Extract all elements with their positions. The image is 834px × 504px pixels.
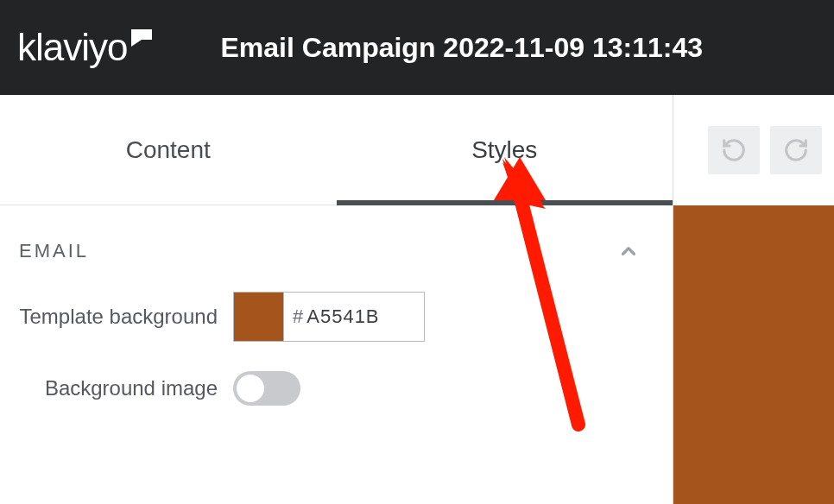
hash-symbol: # <box>284 306 306 328</box>
brand-logo: klaviyo <box>17 26 152 69</box>
template-background-color-input[interactable]: # A5541B <box>233 292 425 342</box>
undo-button[interactable] <box>708 126 760 174</box>
field-row-background-image: Background image <box>0 350 673 414</box>
right-area <box>673 95 834 504</box>
color-swatch[interactable] <box>234 293 284 341</box>
brand-text: klaviyo <box>17 26 128 69</box>
tabs: Content Styles <box>0 95 673 205</box>
field-row-template-background: Template background # A5541B <box>0 271 673 350</box>
tab-styles[interactable]: Styles <box>337 95 673 205</box>
redo-icon <box>783 137 809 163</box>
history-tools <box>673 95 834 205</box>
main-area: Content Styles EMAIL Template background… <box>0 95 834 504</box>
template-background-label: Template background <box>0 304 233 330</box>
toggle-knob <box>237 375 264 402</box>
tab-content[interactable]: Content <box>0 95 337 205</box>
top-bar: klaviyo Email Campaign 2022-11-09 13:11:… <box>0 0 834 95</box>
section-title: EMAIL <box>19 240 89 262</box>
svg-marker-0 <box>131 29 152 47</box>
section-header-email[interactable]: EMAIL <box>0 205 673 271</box>
brand-flag-icon <box>131 29 152 47</box>
chevron-up-icon <box>617 240 640 262</box>
campaign-title: Email Campaign 2022-11-09 13:11:43 <box>221 32 704 64</box>
background-image-label: Background image <box>0 375 233 401</box>
redo-button[interactable] <box>770 126 822 174</box>
editor-panel: Content Styles EMAIL Template background… <box>0 95 673 504</box>
undo-icon <box>721 137 747 163</box>
background-image-toggle[interactable] <box>233 371 300 406</box>
email-preview-background <box>673 205 834 504</box>
hex-value[interactable]: A5541B <box>306 306 379 328</box>
